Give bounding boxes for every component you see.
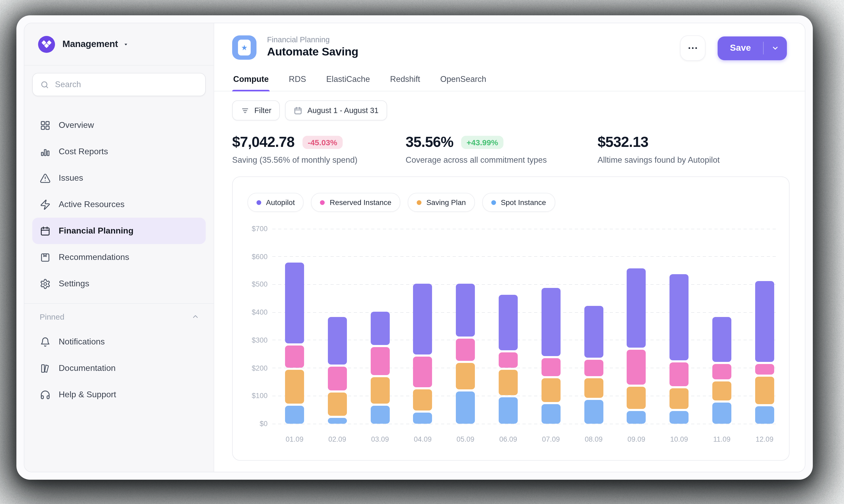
bar-segment [371,406,390,424]
x-axis-label: 12.09 [743,435,786,443]
save-dropdown-button[interactable] [764,44,787,52]
gridline [272,396,776,396]
bar-segment [456,284,475,337]
sidebar-item-label: Overview [59,121,94,130]
bar-segment [755,376,774,404]
headphones-icon [40,389,51,400]
workspace-switcher[interactable]: Management [24,23,214,66]
sidebar-nav: Overview Cost Reports Issues [24,96,214,297]
titles: Financial Planning Automate Saving [267,35,358,59]
bar-segment [285,346,304,368]
pinned-list: Notifications Documentation Help & Suppo… [24,321,214,408]
x-axis-label: 06.09 [487,435,529,443]
sidebar-item-label: Settings [59,279,89,288]
sidebar-item-notifications[interactable]: Notifications [32,329,206,355]
star-tile-inner: ★ [238,40,251,55]
search-wrap: Search [24,66,214,96]
stat-coverage: 35.56% +43.99% Coverage across all commi… [406,134,598,165]
tab-redshift[interactable]: Redshift [389,69,421,91]
sidebar-item-help-support[interactable]: Help & Support [32,381,206,408]
bookmark-icon [40,252,51,263]
bar-segment [584,400,603,424]
tab-elasticache[interactable]: ElastiCache [325,69,371,91]
bar-segment [456,363,475,390]
page-title: Automate Saving [267,46,358,59]
sidebar-item-label: Active Resources [59,200,124,209]
bar-segment [456,339,475,361]
chevron-up-icon [191,313,200,321]
sidebar-item-recommendations[interactable]: Recommendations [32,244,206,270]
x-axis-label: 01.09 [273,435,316,443]
stat-value: $532.13 [598,134,648,150]
date-range-button[interactable]: August 1 - August 31 [285,101,387,121]
sidebar-item-label: Financial Planning [59,226,134,236]
bar-segment [371,347,390,375]
bar-segment [499,353,518,368]
search-input[interactable]: Search [32,73,206,96]
stat-value: $7,042.78 [232,134,295,150]
bar-segment [712,317,731,362]
lightning-icon [40,199,51,210]
bar-segment [371,311,390,345]
bar-segment [541,358,561,376]
sidebar-item-documentation[interactable]: Documentation [32,355,206,381]
filter-toolbar: Filter August 1 - August 31 [214,91,805,121]
sidebar-item-financial-planning[interactable]: Financial Planning [32,218,206,244]
bar-chart-icon [40,146,51,157]
more-options-button[interactable] [680,35,706,61]
star-glyph: ★ [241,44,247,51]
automation-star-icon: ★ [232,35,257,60]
gridline [272,284,776,285]
bar-segment [541,288,561,356]
tab-compute[interactable]: Compute [232,69,270,91]
bar-segment [456,392,475,424]
gridline [272,340,776,341]
filter-icon [241,106,249,115]
x-axis-label: 07.09 [530,435,572,443]
pinned-section-header[interactable]: Pinned [24,304,214,321]
filter-button[interactable]: Filter [232,101,280,121]
tab-rds[interactable]: RDS [288,69,307,91]
chevron-down-icon [123,41,129,47]
x-axis-label: 10.09 [658,435,700,443]
y-axis-label: $600 [237,253,268,260]
sidebar-item-issues[interactable]: Issues [32,165,206,191]
bar-segment [670,362,689,386]
sidebar-item-cost-reports[interactable]: Cost Reports [32,139,206,165]
save-split-button[interactable]: Save [718,36,787,60]
bar-segment [499,397,518,424]
gridline [272,229,776,229]
tab-opensearch[interactable]: OpenSearch [439,69,487,91]
stat-label: Alltime savings found by Autopilot [598,155,720,165]
x-axis-label: 03.09 [359,435,401,443]
gridline [272,312,776,312]
bar-segment [627,387,646,409]
save-button[interactable]: Save [718,43,763,53]
main-content: ★ Financial Planning Automate Saving [214,23,805,472]
stat-saving: $7,042.78 -45.03% Saving (35.56% of mont… [232,134,406,165]
bar-segment [755,364,774,374]
breadcrumb: Financial Planning [267,35,358,44]
sidebar-item-settings[interactable]: Settings [32,270,206,297]
sidebar-item-overview[interactable]: Overview [32,112,206,139]
screenshot-stage: Management Search [0,0,844,504]
y-axis-label: $0 [237,420,268,428]
bar-segment [584,360,603,376]
y-axis-label: $700 [237,225,268,233]
stat-label: Coverage across all commitment types [406,155,598,165]
sidebar-item-label: Issues [59,173,83,183]
y-axis-label: $400 [237,308,268,316]
bar-segment [285,263,304,344]
bar-segment [328,418,347,424]
workspace-name: Management [63,39,118,50]
sidebar-item-label: Notifications [59,337,105,346]
stat-label: Saving (35.56% of monthly spend) [232,155,406,165]
bar-segment [712,364,731,379]
sidebar-item-active-resources[interactable]: Active Resources [32,191,206,218]
bar-segment [499,295,518,350]
app-panel: Management Search [24,23,805,472]
gridline [272,368,776,368]
sidebar-item-label: Help & Support [59,390,116,399]
search-placeholder: Search [55,80,81,89]
x-axis-label: 04.09 [402,435,444,443]
